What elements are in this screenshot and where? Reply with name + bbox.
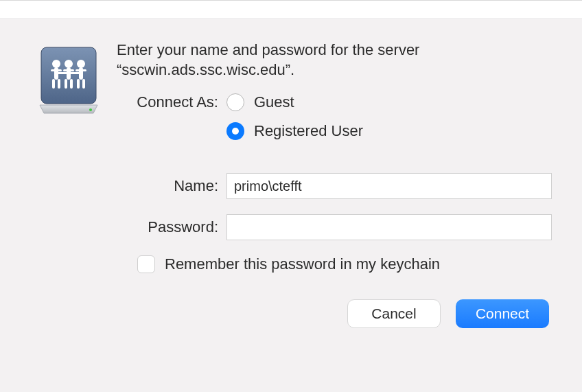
connect-to-server-dialog: Enter your name and password for the ser… [0,0,582,392]
dialog-content: Enter your name and password for the ser… [0,19,582,350]
radio-guest-label: Guest [254,93,294,111]
connect-as-radio-group: Guest Registered User [226,93,363,140]
radio-icon [226,122,244,140]
name-row: Name: [117,173,552,199]
password-input[interactable] [226,214,552,240]
svg-rect-11 [77,79,80,89]
checkbox-icon [137,255,155,273]
cancel-button[interactable]: Cancel [347,299,441,328]
credentials-block: Name: Password: [117,173,552,240]
main-column: Enter your name and password for the ser… [110,41,555,328]
network-server-icon [37,45,100,108]
svg-rect-16 [56,72,69,74]
svg-rect-7 [52,79,55,89]
password-row: Password: [117,214,552,240]
icon-column [27,41,110,108]
svg-point-1 [52,60,60,68]
svg-rect-17 [69,72,81,74]
password-label: Password: [117,218,226,236]
connect-button[interactable]: Connect [456,299,549,328]
svg-rect-9 [65,79,67,89]
remember-keychain-checkbox[interactable]: Remember this password in my keychain [137,255,552,273]
svg-rect-10 [70,79,73,89]
svg-point-3 [77,60,85,68]
connect-as-row: Connect As: Guest Registered User [117,93,552,159]
svg-point-18 [89,108,92,111]
connect-as-label: Connect As: [117,93,226,111]
radio-registered-label: Registered User [254,122,363,140]
svg-point-2 [65,60,73,68]
svg-rect-13 [51,69,62,71]
svg-rect-8 [58,79,60,89]
window-titlebar-spacer [0,1,582,19]
radio-registered-user[interactable]: Registered User [226,122,363,140]
svg-rect-15 [75,69,86,71]
dialog-buttons: Cancel Connect [117,299,552,328]
name-label: Name: [117,177,226,195]
radio-guest[interactable]: Guest [226,93,363,111]
name-input[interactable] [226,173,552,199]
svg-rect-14 [63,69,74,71]
svg-rect-12 [82,79,85,89]
prompt-text: Enter your name and password for the ser… [117,41,552,80]
remember-label: Remember this password in my keychain [165,255,440,273]
radio-icon [226,93,244,111]
